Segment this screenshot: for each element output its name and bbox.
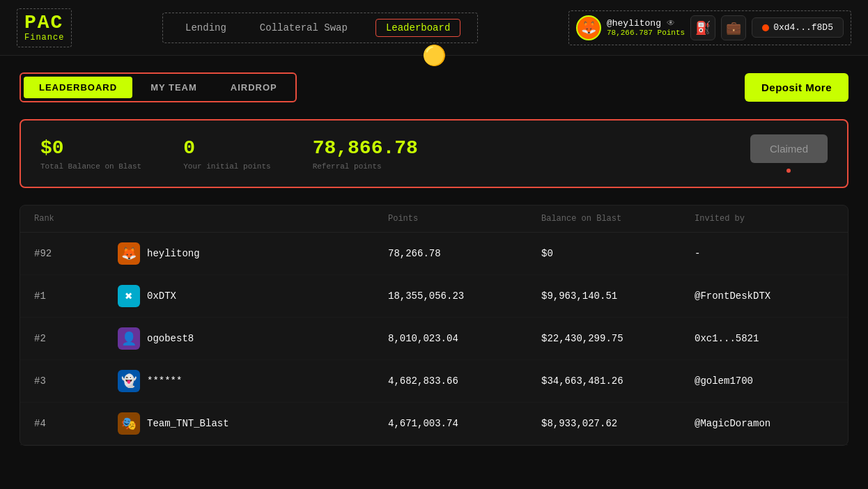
table-header: Rank Points Balance on Blast Invited by [20,205,848,233]
stat-referral-points: 78,866.78 Referral points [313,137,418,171]
claimed-button[interactable]: Claimed [750,134,828,163]
points-cell: 78,266.78 [388,248,541,259]
wallet-dot [762,24,769,31]
user-name: heylitong [147,248,200,259]
invited-cell: - [695,248,834,259]
stat-initial-points: 0 Your initial points [183,137,270,171]
col-points: Points [388,214,541,224]
user-info: 🦊 @heylitong 👁 78,266.787 Points [576,15,685,40]
main-content: LEADERBOARD MY TEAM AIRDROP Deposit More… [0,56,868,463]
nav-leaderboard[interactable]: Leaderboard [375,19,460,37]
gas-icon-btn[interactable]: ⛽ [690,15,715,40]
deposit-more-button[interactable]: Deposit More [745,73,848,102]
invited-cell: @golem1700 [695,375,834,387]
user-avatar: 👤 [118,327,140,350]
col-invited: Invited by [695,214,834,224]
balance-cell: $22,430,299.75 [541,333,695,344]
table-row: #3 👻 ****** 4,682,833.66 $34,663,481.26 … [20,360,848,403]
user-name: 0xDTX [147,290,176,302]
invited-cell: @MagicDoramon [695,418,834,429]
points-cell: 8,010,023.04 [388,333,541,344]
pacman-icon: 🟡 [422,44,447,68]
wallet-address-btn[interactable]: 0xd4...f8D5 [752,17,844,38]
points-cell: 4,682,833.66 [388,375,541,387]
table-body: #92 🦊 heylitong 78,266.78 $0 - #1 ✖ 0xDT… [20,233,848,445]
total-balance-value: $0 [40,137,141,160]
user-avatar: 🎭 [118,412,140,435]
nav-lending[interactable]: Lending [180,20,232,36]
user-cell: 🦊 heylitong [118,242,388,265]
nav-area: Lending Collateral Swap Leaderboard [162,13,478,43]
balance-cell: $34,663,481.26 [541,375,695,387]
nav-collateral-swap[interactable]: Collateral Swap [254,20,353,36]
logo-text: PAC [24,13,64,33]
wallet-icon-btn[interactable]: 💼 [721,15,746,40]
wallet-address: 0xd4...f8D5 [773,22,833,33]
col-rank: Rank [34,214,118,224]
user-name: Team_TNT_Blast [147,418,229,429]
table-row: #4 🎭 Team_TNT_Blast 4,671,003.74 $8,933,… [20,403,848,445]
rank-cell: #2 [34,333,118,344]
logo-area: PAC Finance [17,8,72,47]
tab-my-team[interactable]: MY TEAM [135,77,212,98]
table-row: #1 ✖ 0xDTX 18,355,056.23 $9,963,140.51 @… [20,275,848,318]
table-row: #92 🦊 heylitong 78,266.78 $0 - [20,233,848,275]
avatar: 🦊 [576,15,601,40]
user-name: ogobest8 [147,333,194,344]
tab-airdrop[interactable]: AIRDROP [215,77,293,98]
points-cell: 4,671,003.74 [388,418,541,429]
invited-cell: @FrontDeskDTX [695,290,834,302]
status-dot [786,169,791,173]
total-balance-label: Total Balance on Blast [40,162,141,171]
user-cell: 👤 ogobest8 [118,327,388,350]
eye-icon: 👁 [667,18,675,29]
username: @heylitong 👁 [607,18,685,29]
stat-total-balance: $0 Total Balance on Blast [40,137,141,171]
rank-cell: #4 [34,418,118,429]
user-avatar: ✖ [118,285,140,307]
user-points: 78,266.787 Points [607,29,685,37]
balance-cell: $8,933,027.62 [541,418,695,429]
rank-cell: #92 [34,248,118,259]
logo-subtitle: Finance [24,33,64,42]
initial-points-label: Your initial points [183,162,270,171]
stats-left: $0 Total Balance on Blast 0 Your initial… [40,137,418,171]
balance-cell: $0 [541,248,695,259]
leaderboard-table: Rank Points Balance on Blast Invited by … [20,205,848,446]
tab-leaderboard[interactable]: LEADERBOARD [24,77,132,98]
table-row: #2 👤 ogobest8 8,010,023.04 $22,430,299.7… [20,318,848,360]
points-cell: 18,355,056.23 [388,290,541,302]
col-user [118,214,388,224]
user-avatar: 🦊 [118,242,140,265]
balance-cell: $9,963,140.51 [541,290,695,302]
user-cell: ✖ 0xDTX [118,285,388,307]
referral-points-label: Referral points [313,162,418,171]
header: PAC Finance Lending Collateral Swap Lead… [0,0,868,56]
user-cell: 👻 ****** [118,370,388,392]
user-cell: 🎭 Team_TNT_Blast [118,412,388,435]
user-name: ****** [147,375,182,387]
referral-points-value: 78,866.78 [313,137,418,160]
rank-cell: #1 [34,290,118,302]
stats-card: $0 Total Balance on Blast 0 Your initial… [20,119,848,188]
tabs-container: LEADERBOARD MY TEAM AIRDROP [20,72,297,102]
invited-cell: 0xc1...5821 [695,333,834,344]
rank-cell: #3 [34,375,118,387]
col-balance: Balance on Blast [541,214,695,224]
user-avatar: 👻 [118,370,140,392]
user-details: @heylitong 👁 78,266.787 Points [607,18,685,37]
initial-points-value: 0 [183,137,270,160]
tabs-row: LEADERBOARD MY TEAM AIRDROP Deposit More [20,72,848,102]
right-area: 🦊 @heylitong 👁 78,266.787 Points ⛽ 💼 0xd… [568,10,851,45]
